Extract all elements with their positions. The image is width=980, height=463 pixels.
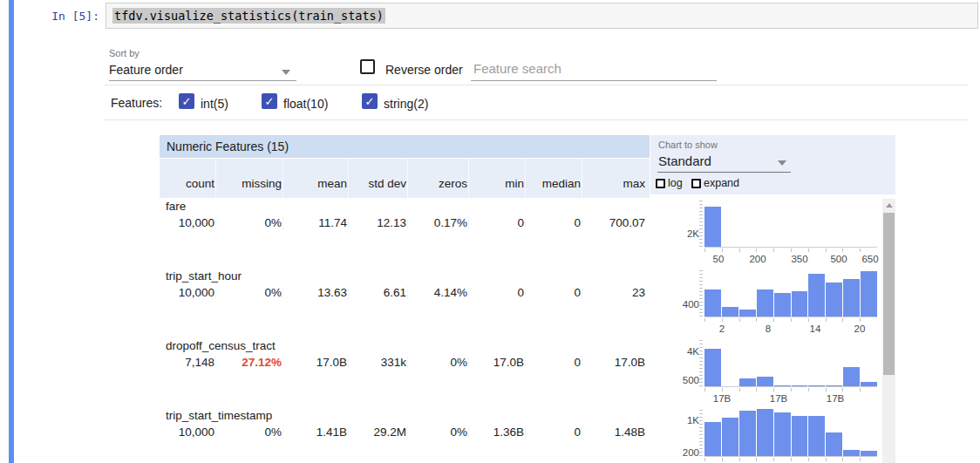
histogram-plot[interactable]	[704, 270, 877, 317]
x-tick-label: 17B	[827, 393, 844, 404]
histogram-trip-start-hour: 400 281420	[663, 269, 882, 337]
stat-median: 0	[526, 286, 582, 299]
stat-min: 17.0B	[469, 356, 526, 369]
code-input-area[interactable]: tfdv.visualize_statistics(train_stats)	[105, 3, 978, 29]
feature-search-input[interactable]: Feature search	[473, 61, 561, 76]
table-row: trip_start_timestamp 10,000 0% 1.41B 29.…	[160, 407, 650, 463]
reverse-order-label: Reverse order	[385, 63, 463, 77]
y-tick-label: 500	[683, 375, 699, 385]
table-row: trip_start_hour 10,000 0% 13.63 6.61 4.1…	[160, 268, 650, 337]
feature-stats: 10,000 0% 11.74 12.13 0.17% 0 0 700.07	[160, 216, 650, 229]
table-row: fare 10,000 0% 11.74 12.13 0.17% 0 0 700…	[160, 198, 650, 268]
histogram-plot[interactable]	[704, 201, 877, 248]
float-filter-checkbox[interactable]	[262, 93, 277, 109]
histogram-bar	[774, 293, 792, 317]
stat-stddev: 331k	[349, 356, 408, 369]
chevron-down-icon[interactable]	[778, 160, 786, 166]
histogram-bar	[861, 382, 877, 386]
charts-scrollbar[interactable]	[882, 199, 895, 463]
numeric-features-table: Numeric Features (15) count missing mean…	[160, 135, 650, 463]
feature-name: trip_start_hour	[166, 269, 242, 283]
feature-name: trip_start_timestamp	[166, 409, 272, 422]
code-line[interactable]: tfdv.visualize_statistics(train_stats)	[112, 9, 385, 23]
y-axis-ruler	[699, 340, 703, 387]
histogram-fare: 2K 50200350500650	[663, 199, 882, 267]
x-tick-label: 20	[854, 323, 866, 334]
selected-cell-indicator	[9, 0, 14, 463]
histogram-bar	[704, 349, 722, 386]
column-header-stddev: std dev	[349, 159, 408, 198]
chevron-down-icon[interactable]	[282, 70, 290, 75]
sort-by-label: Sort by	[109, 48, 140, 58]
histogram-bar	[826, 385, 843, 386]
histogram-bar	[792, 385, 809, 386]
x-axis-ruler	[704, 249, 877, 252]
histogram-plot[interactable]	[704, 340, 877, 387]
column-header-missing: missing	[216, 159, 283, 198]
stat-mean: 1.41B	[283, 426, 349, 439]
histogram-bar	[739, 378, 757, 386]
histogram-bar	[704, 289, 722, 317]
sort-by-select[interactable]: Feature order	[109, 63, 183, 77]
int-filter-checkbox[interactable]	[179, 93, 194, 109]
stat-count: 7,148	[160, 356, 216, 369]
stat-count: 10,000	[160, 286, 216, 299]
stat-min: 0	[469, 216, 526, 229]
chart-type-select[interactable]: Standard	[658, 153, 711, 168]
histogram-bar	[808, 274, 826, 317]
histogram-plot[interactable]	[704, 410, 877, 457]
x-axis-ruler	[704, 318, 877, 322]
stat-count: 10,000	[160, 426, 216, 439]
stat-max: 23	[582, 286, 646, 299]
expand-checkbox[interactable]	[691, 179, 701, 188]
stat-max: 700.07	[582, 216, 646, 229]
scroll-up-icon[interactable]	[882, 199, 895, 211]
search-input-underline	[471, 80, 717, 81]
stat-mean: 13.63	[283, 286, 349, 299]
features-filter-toolbar: Features: int(5) float(10) string(2)	[105, 85, 968, 120]
feature-name: dropoff_census_tract	[166, 339, 276, 352]
histogram-bar	[757, 377, 774, 386]
x-tick-label: 500	[830, 254, 847, 264]
stat-stddev: 29.2M	[349, 426, 408, 439]
y-axis-labels: 2K	[663, 199, 701, 249]
histogram-bar	[808, 416, 826, 456]
selected-code-text[interactable]: tfdv.visualize_statistics(train_stats)	[112, 8, 385, 24]
x-axis-ruler	[704, 458, 877, 461]
stat-min: 1.36B	[469, 426, 526, 439]
y-axis-labels: 1K200	[663, 408, 701, 459]
column-header-max: max	[582, 159, 646, 198]
stat-stddev: 6.61	[349, 286, 408, 299]
log-checkbox[interactable]	[656, 179, 665, 188]
x-tick-label: 50	[713, 254, 725, 264]
int-filter-label: int(5)	[201, 97, 228, 111]
column-header-min: min	[469, 159, 526, 198]
y-tick-label: 2K	[687, 228, 699, 239]
column-header-median: median	[526, 159, 582, 198]
histogram-dropoff-census-tract: 4K500 17B17B17B	[663, 338, 882, 406]
chart-controls-panel: Chart to show Standard log expand	[650, 135, 895, 194]
histogram-bar	[843, 367, 861, 386]
reverse-order-checkbox[interactable]	[360, 59, 375, 74]
stat-mean: 11.74	[283, 216, 349, 229]
x-tick-label: 650	[861, 254, 878, 264]
y-tick-label: 200	[683, 447, 699, 458]
string-filter-checkbox[interactable]	[362, 93, 378, 109]
features-label: Features:	[111, 96, 162, 110]
stat-missing: 0%	[216, 426, 283, 439]
scrollbar-thumb[interactable]	[883, 213, 895, 375]
x-axis-labels: 281420	[704, 323, 877, 336]
histogram-bar	[808, 385, 826, 386]
log-label: log	[668, 177, 683, 189]
stat-zeros: 4.14%	[408, 286, 469, 299]
column-header-mean: mean	[283, 159, 349, 198]
histogram-bar	[722, 307, 739, 317]
histogram-bar	[774, 385, 792, 386]
stat-count: 10,000	[160, 216, 216, 229]
x-tick-label: 2	[719, 323, 725, 334]
stat-missing-alert: 27.12%	[216, 356, 283, 369]
column-header-count: count	[160, 159, 216, 198]
x-axis-labels: 17B17B17B	[704, 393, 877, 405]
string-filter-label: string(2)	[384, 97, 428, 111]
stat-median: 0	[526, 356, 582, 369]
